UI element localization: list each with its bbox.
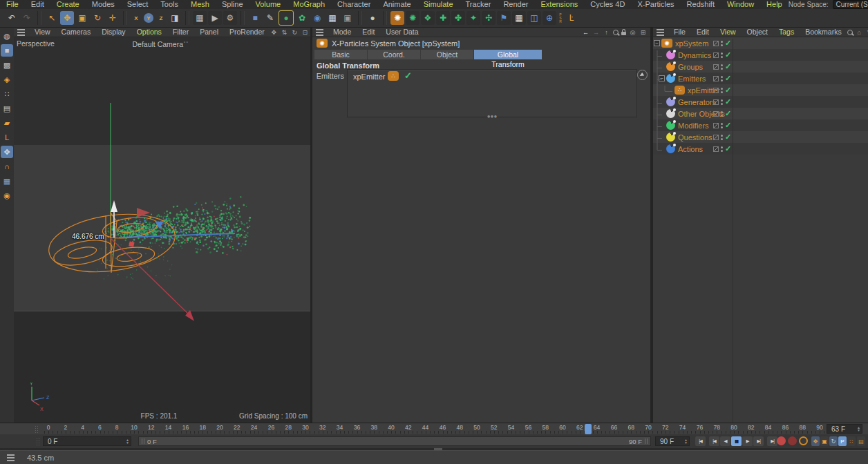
panel-menu-icon[interactable] [17,32,25,33]
view-name-label[interactable]: Perspective [17,39,55,48]
record-autokey-button[interactable] [788,436,797,445]
viewport-menu-view[interactable]: View [29,28,56,37]
xp-mesher-icon[interactable]: ▦ [512,11,526,25]
tab-basic[interactable]: Basic [314,50,367,59]
camera-name-label[interactable]: Default Camera∘∘ [119,39,202,48]
scale-tool-icon[interactable]: ▣ [75,11,89,25]
layer-toggle-icon[interactable] [713,111,719,117]
snap-icon[interactable]: ∩ [1,160,13,173]
search-icon[interactable] [613,30,619,35]
enabled-check-icon[interactable]: ✓ [725,37,731,49]
axis-mode-icon[interactable]: L [1,131,13,144]
panel-menu-icon[interactable] [657,32,664,33]
emitters-list-box[interactable]: xpEmitter ∴ ✓ ●●● [347,69,637,117]
xp-action-icon[interactable]: ✦ [466,11,480,25]
record-keyframe-button[interactable] [777,436,786,445]
xp-cache-icon[interactable]: ◫ [527,11,541,25]
viewport-menu-prorender[interactable]: ProRender [224,28,270,37]
viewport-maximize-icon[interactable]: ⊡ [301,29,309,36]
xp-dynamics-icon[interactable]: ✣ [482,11,496,25]
object-name[interactable]: Dynamics [678,51,711,59]
goto-start-button[interactable]: |◀ [695,436,706,446]
object-name[interactable]: Generators [678,98,716,106]
tree-item-other-objects[interactable]: Other Objects✓ [653,108,868,119]
object-manager-menu-object[interactable]: Object [742,28,773,37]
next-key-button[interactable]: ▶| [753,436,764,446]
coord-system-icon[interactable]: ◨ [168,11,182,25]
enabled-check-icon[interactable]: ✓ [725,96,731,108]
exit-button[interactable]: ▤ [857,436,865,446]
object-manager-menu-view[interactable]: View [715,28,742,37]
timeline-ruler[interactable]: 0246810121416182022242628303234363840424… [0,423,868,434]
add-light-icon[interactable]: ● [366,11,379,25]
menu-animate[interactable]: Animate [377,0,417,8]
stepper-icon[interactable]: ▲▼ [684,438,689,444]
tree-item-emitters[interactable]: −Emitters✓ [653,72,868,84]
range-start-grip[interactable] [142,438,144,444]
goto-end-button[interactable]: ▶| [767,436,777,446]
home-icon[interactable]: ⌂ [856,29,863,36]
object-manager-menu-file[interactable]: File [668,28,691,37]
record-scale-toggle[interactable]: ▣ [820,436,829,446]
visibility-dots-icon[interactable] [721,135,723,140]
visibility-dots-icon[interactable] [721,99,723,105]
move-tool-icon[interactable]: ✥ [60,11,74,25]
stepper-icon[interactable]: ▲▼ [857,426,862,432]
object-name[interactable]: Modifiers [678,122,709,130]
object-manager-menu-tags[interactable]: Tags [773,28,800,37]
filter-icon[interactable]: ▽ [866,29,868,36]
locked-workplane-icon[interactable]: ◉ [1,189,13,202]
menu-cycles-4d[interactable]: Cycles 4D [584,0,631,8]
record-selection-button[interactable] [799,436,808,445]
tab-object[interactable]: Object [421,50,473,59]
visibility-dots-icon[interactable] [721,41,723,46]
search-icon[interactable] [847,30,853,35]
parent-object-icon[interactable]: ↑ [603,29,610,36]
menu-x-particles[interactable]: X-Particles [631,0,680,8]
layer-toggle-icon[interactable] [713,88,719,93]
attribute-menu-edit[interactable]: Edit [357,28,380,37]
last-tool-icon[interactable]: ✛ [106,11,120,25]
resize-handle-icon[interactable]: ●●● [487,115,498,118]
tab-global-transform[interactable]: Global Transform [474,50,542,59]
object-name[interactable]: Actions [678,145,703,153]
layer-toggle-icon[interactable] [713,52,719,58]
workplane-mode-icon[interactable]: ▦ [1,175,13,187]
tree-item-generators[interactable]: Generators✓ [653,96,868,108]
menu-window[interactable]: Window [721,0,760,8]
render-view-icon[interactable]: ▦ [193,11,207,25]
menu-spline[interactable]: Spline [216,0,249,8]
prev-key-button[interactable]: |◀ [709,436,719,446]
layer-toggle-icon[interactable] [713,99,719,105]
viewport-rotate-icon[interactable]: ↻ [291,29,299,36]
visibility-dots-icon[interactable] [721,52,723,58]
model-mode-icon[interactable]: ■ [1,44,13,57]
record-rotation-toggle[interactable]: ↻ [829,436,838,446]
xp-explorer-icon[interactable]: ⊕ [542,11,556,25]
add-camera-icon[interactable]: ▣ [341,11,355,25]
viewport-menu-filter[interactable]: Filter [167,28,194,37]
viewport-menu-options[interactable]: Options [131,28,167,37]
tree-item-xpemitter[interactable]: ∴xpEmitter✓ [653,84,868,96]
emitter-link-name[interactable]: xpEmitter [353,72,385,81]
render-picture-viewer-icon[interactable]: ▶ [208,11,222,25]
tree-item-dynamics[interactable]: Dynamics✓ [653,49,868,61]
tree-item-groups[interactable]: Groups✓ [653,61,868,72]
menu-edit[interactable]: Edit [25,0,50,8]
enabled-check-icon[interactable]: ✓ [725,49,731,61]
xp-question-icon[interactable]: ✤ [451,11,465,25]
menu-select[interactable]: Select [121,0,155,8]
expand-toggle-icon[interactable]: − [654,40,660,46]
layer-toggle-icon[interactable] [713,123,719,128]
visibility-dots-icon[interactable] [721,146,723,152]
next-frame-button[interactable]: ▶ [742,436,753,446]
expand-toggle-icon[interactable]: − [659,75,665,81]
menu-character[interactable]: Character [331,0,377,8]
axis-x-lock-icon[interactable]: X [131,13,141,23]
enabled-check-icon[interactable]: ✓ [725,143,731,155]
lock-icon[interactable] [621,32,626,35]
viewport-move-icon[interactable]: ✥ [270,29,278,36]
drag-grip-icon[interactable] [35,425,38,433]
enabled-check-icon[interactable]: ✓ [725,119,731,131]
make-editable-icon[interactable]: ◍ [1,30,13,42]
